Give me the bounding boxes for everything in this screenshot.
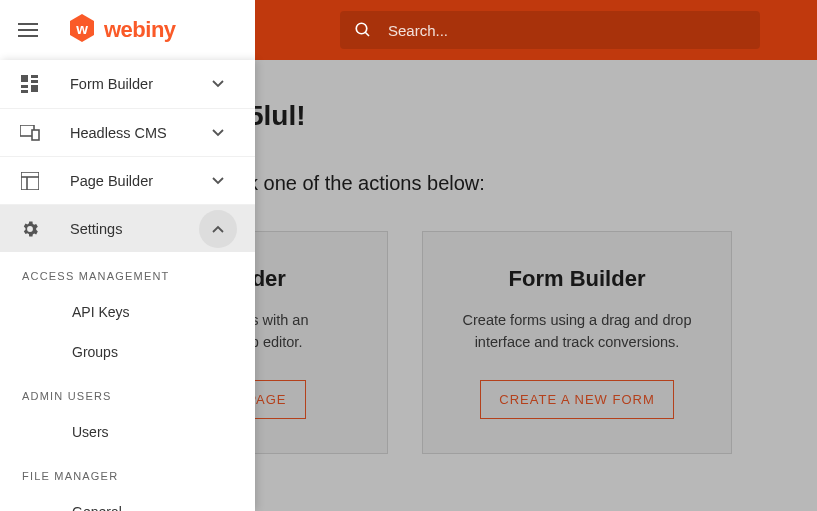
svg-rect-4 (31, 75, 38, 78)
sidebar-item-label: Page Builder (70, 173, 199, 189)
logo[interactable]: w webiny (68, 14, 176, 46)
sidebar-subitem-api-keys[interactable]: API Keys (0, 292, 255, 332)
sidebar-item-form-builder[interactable]: Form Builder (0, 60, 255, 108)
sidebar-item-label: Form Builder (70, 76, 199, 92)
hamburger-icon (18, 23, 38, 37)
topbar-left: w webiny (0, 0, 255, 60)
svg-rect-8 (31, 85, 38, 92)
svg-rect-11 (21, 172, 39, 190)
svg-rect-7 (21, 90, 28, 93)
sidebar: Form Builder Headless CMS Page Builder S… (0, 60, 255, 511)
devices-icon (18, 121, 42, 145)
chevron-up-icon (199, 210, 237, 248)
section-header-file-manager: FILE MANAGER (0, 452, 255, 492)
chevron-down-icon (199, 114, 237, 152)
svg-rect-3 (21, 75, 28, 82)
sidebar-subitem-groups[interactable]: Groups (0, 332, 255, 372)
section-header-access-management: ACCESS MANAGEMENT (0, 252, 255, 292)
section-header-admin-users: ADMIN USERS (0, 372, 255, 412)
chevron-down-icon (199, 65, 237, 103)
layout-icon (18, 169, 42, 193)
menu-toggle-button[interactable] (18, 23, 38, 37)
svg-rect-6 (21, 85, 28, 88)
search-field[interactable] (340, 11, 760, 49)
topbar: w webiny (0, 0, 817, 60)
logo-text: webiny (104, 17, 176, 43)
svg-text:w: w (75, 20, 88, 37)
sidebar-item-headless-cms[interactable]: Headless CMS (0, 108, 255, 156)
svg-line-2 (365, 32, 369, 36)
sidebar-item-label: Settings (70, 221, 199, 237)
sidebar-item-page-builder[interactable]: Page Builder (0, 156, 255, 204)
svg-rect-10 (32, 130, 39, 140)
chevron-down-icon (199, 162, 237, 200)
sidebar-subitem-general[interactable]: General (0, 492, 255, 511)
search-icon (354, 21, 372, 39)
logo-icon: w (68, 14, 96, 46)
sidebar-item-settings[interactable]: Settings (0, 204, 255, 252)
sidebar-subitem-users[interactable]: Users (0, 412, 255, 452)
form-icon (18, 72, 42, 96)
sidebar-item-label: Headless CMS (70, 125, 199, 141)
svg-point-1 (356, 23, 367, 34)
gear-icon (18, 217, 42, 241)
svg-rect-5 (31, 80, 38, 83)
search-input[interactable] (388, 22, 746, 39)
